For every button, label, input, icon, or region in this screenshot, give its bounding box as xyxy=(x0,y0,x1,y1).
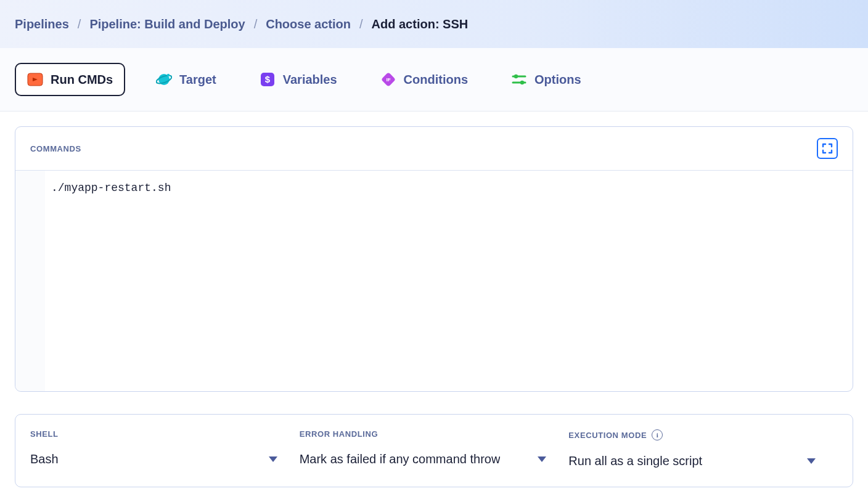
tab-options[interactable]: Options xyxy=(499,63,594,96)
commands-label: COMMANDS xyxy=(30,144,81,153)
tab-label: Target xyxy=(179,73,216,87)
tabnav: Run CMDs Target $ Variables xyxy=(15,63,853,96)
shell-label: SHELL xyxy=(30,429,59,439)
code-gutter xyxy=(15,171,45,391)
execution-mode-select[interactable]: Run all as a single script xyxy=(568,454,823,468)
tab-conditions[interactable]: IF Conditions xyxy=(368,63,480,96)
planet-icon xyxy=(156,71,172,87)
breadcrumb-pipelines[interactable]: Pipelines xyxy=(15,17,69,31)
code-editor[interactable]: ./myapp-restart.sh xyxy=(45,171,853,391)
tab-label: Conditions xyxy=(404,73,468,87)
svg-point-10 xyxy=(514,75,518,78)
if-diamond-icon: IF xyxy=(380,71,396,87)
error-handling-select[interactable]: Mark as failed if any command throw xyxy=(300,452,554,466)
execution-mode-value: Run all as a single script xyxy=(568,454,702,468)
breadcrumb-pipeline-build-deploy[interactable]: Pipeline: Build and Deploy xyxy=(89,17,245,31)
breadcrumb-current: Add action: SSH xyxy=(372,17,469,31)
error-handling-label: ERROR HANDLING xyxy=(300,429,379,439)
page-header: Pipelines / Pipeline: Build and Deploy /… xyxy=(0,0,868,48)
error-handling-value: Mark as failed if any command throw xyxy=(300,452,501,466)
tab-target[interactable]: Target xyxy=(144,63,229,96)
svg-text:IF: IF xyxy=(386,77,390,83)
tab-run-cmds[interactable]: Run CMDs xyxy=(15,63,125,96)
shell-column: SHELL Bash xyxy=(30,429,300,468)
breadcrumb: Pipelines / Pipeline: Build and Deploy /… xyxy=(15,17,468,31)
svg-point-12 xyxy=(520,81,524,84)
breadcrumb-sep: / xyxy=(254,17,258,31)
svg-point-4 xyxy=(167,74,170,76)
breadcrumb-choose-action[interactable]: Choose action xyxy=(266,17,351,31)
terminal-icon xyxy=(27,71,43,87)
sliders-icon xyxy=(511,71,527,87)
svg-text:$: $ xyxy=(265,74,271,84)
tab-label: Options xyxy=(534,73,581,87)
chevron-down-icon xyxy=(538,456,546,462)
execution-mode-label: EXECUTION MODE xyxy=(568,431,647,440)
execution-mode-column: EXECUTION MODE i Run all as a single scr… xyxy=(568,429,838,468)
fullscreen-icon xyxy=(821,142,833,155)
chevron-down-icon xyxy=(269,456,277,462)
shell-value: Bash xyxy=(30,452,59,466)
code-area: ./myapp-restart.sh xyxy=(15,171,853,391)
main-content: COMMANDS ./myapp-restart.sh SHELL Bash xyxy=(0,112,868,499)
settings-card: SHELL Bash ERROR HANDLING Mark as failed… xyxy=(15,414,853,487)
tab-label: Variables xyxy=(283,73,337,87)
info-icon[interactable]: i xyxy=(652,429,663,440)
commands-card: COMMANDS ./myapp-restart.sh xyxy=(15,126,853,392)
error-handling-column: ERROR HANDLING Mark as failed if any com… xyxy=(300,429,569,468)
breadcrumb-sep: / xyxy=(78,17,81,31)
tabnav-container: Run CMDs Target $ Variables xyxy=(0,48,868,112)
dollar-box-icon: $ xyxy=(260,71,276,87)
tab-variables[interactable]: $ Variables xyxy=(247,63,350,96)
expand-button[interactable] xyxy=(817,138,838,159)
breadcrumb-sep: / xyxy=(359,17,363,31)
commands-header: COMMANDS xyxy=(15,127,853,171)
shell-select[interactable]: Bash xyxy=(30,452,285,466)
tab-label: Run CMDs xyxy=(51,73,113,87)
chevron-down-icon xyxy=(807,458,816,464)
